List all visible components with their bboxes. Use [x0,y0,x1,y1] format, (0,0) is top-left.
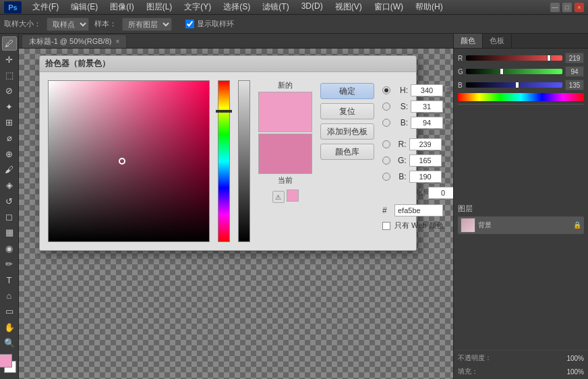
fill-value: 100% [566,368,584,376]
menu-layer[interactable]: 图层(L) [141,0,178,14]
tool-slice[interactable]: ⌀ [2,131,17,145]
menu-edit[interactable]: 编辑(E) [65,0,103,14]
tool-blur[interactable]: ◉ [2,241,17,256]
saturation-input[interactable] [411,100,443,113]
reset-button[interactable]: 复位 [320,103,374,119]
buttons-column: 确定 复位 添加到色板 颜色库 [320,80,374,242]
fg-swatch[interactable] [0,354,12,368]
tool-stamp[interactable]: ◈ [2,178,17,192]
hex-input[interactable] [394,204,443,216]
color-gradient-box[interactable] [48,80,210,242]
hue-unit: 度 [446,86,453,96]
green-label: G: [393,156,407,165]
r-channel-input[interactable] [565,53,584,63]
gamut-warning-icon[interactable]: ⚠ [272,191,285,203]
show-ring-label: 显示取样环 [197,19,234,29]
menu-text[interactable]: 文字(Y) [179,0,216,14]
canvas-tab[interactable]: 未标题-1 @ 50%(RGB/8) × [22,34,127,48]
hue-input[interactable] [411,84,443,96]
rainbow-bar[interactable] [458,93,584,101]
brightness-radio[interactable] [382,119,390,127]
menu-image[interactable]: 图像(I) [105,0,139,14]
menu-help[interactable]: 帮助(H) [410,0,448,14]
tool-patch[interactable]: ⊕ [2,147,17,161]
g-channel-input[interactable] [565,66,584,77]
saturation-label: S: [393,102,408,111]
tool-gradient[interactable]: ▦ [2,225,17,239]
hue-slider-container[interactable] [218,80,230,242]
layer-row[interactable]: 背景 🔒 [458,216,584,234]
options-bar: 取样大小： 取样点 样本： 所有图层 显示取样环 [0,15,588,34]
menu-select[interactable]: 选择(S) [218,0,256,14]
gradient-canvas[interactable] [48,80,210,242]
menu-view[interactable]: 视图(V) [330,0,368,14]
small-fg-swatch[interactable] [287,190,299,202]
g-channel-track[interactable] [466,69,562,74]
tool-crop[interactable]: ⊞ [2,115,17,129]
brightness-input[interactable] [411,117,443,129]
tool-brush[interactable]: 🖌 [2,163,17,177]
close-button[interactable]: × [575,3,584,12]
maximize-button[interactable]: □ [562,3,572,12]
tab-swatches[interactable]: 色板 [483,34,512,48]
tool-marquee[interactable]: ⬚ [2,68,17,82]
show-ring-checkbox[interactable] [185,20,194,28]
red-radio[interactable] [382,140,390,148]
hue-slider[interactable] [218,80,230,242]
b-channel-thumb [515,82,519,88]
b-channel-track[interactable] [466,82,562,88]
tool-pen[interactable]: ✏ [2,257,17,271]
saturation-row: S: % a: [382,99,453,114]
brightness-row: B: % b: [382,115,453,130]
b-channel-row: B [458,80,584,90]
tool-zoom[interactable]: 🔍 [2,336,17,350]
dialog-title-bar[interactable]: 拾色器（前景色） [40,56,416,72]
layer-thumbnail [461,218,475,233]
tool-text[interactable]: T [2,272,17,287]
sample-select[interactable]: 所有图层 [122,18,172,31]
blue-radio[interactable] [382,173,390,181]
tool-move[interactable]: ✛ [2,52,17,66]
alpha-slider-container[interactable] [238,80,250,242]
tool-history-brush[interactable]: ↺ [2,194,17,208]
minimize-button[interactable]: — [550,3,560,12]
tool-magic-wand[interactable]: ✦ [2,99,17,113]
alpha-slider[interactable] [238,80,250,242]
g-channel-row: G [458,66,584,77]
menu-file[interactable]: 文件(F) [27,0,64,14]
b-channel-input[interactable] [565,80,584,90]
tab-close-icon[interactable]: × [115,38,119,45]
preview-area: 新的 当前 ⚠ [258,80,312,242]
green-input[interactable] [409,154,442,167]
red-input[interactable] [409,138,442,150]
hue-label: H: [393,86,408,95]
web-colors-checkbox[interactable] [382,222,390,230]
g-channel-thumb [500,68,504,75]
blue-input[interactable] [409,171,442,183]
layers-title: 图层 [458,204,473,214]
hue-radio[interactable] [382,86,390,94]
menu-window[interactable]: 窗口(W) [369,0,409,14]
canvas-background[interactable]: 拾色器（前景色） [19,49,453,379]
add-to-swatches-button[interactable]: 添加到色板 [320,123,374,140]
tool-lasso[interactable]: ⊘ [2,84,17,98]
r-channel-track[interactable] [466,55,562,61]
k-row: K: % [382,185,453,200]
tab-color[interactable]: 颜色 [454,34,483,48]
preview-new-swatch [258,92,312,132]
tool-shape[interactable]: ▭ [2,304,17,318]
color-library-button[interactable]: 颜色库 [320,144,374,160]
menu-filter[interactable]: 滤镜(T) [257,0,294,14]
k-input[interactable] [428,187,453,199]
menu-3d[interactable]: 3D(D) [296,0,328,14]
tool-eraser[interactable]: ◻ [2,210,17,224]
fg-bg-area [0,354,19,376]
saturation-radio[interactable] [382,103,390,111]
green-radio[interactable] [382,156,390,165]
ok-button[interactable]: 确定 [320,83,374,99]
tool-hand[interactable]: ✋ [2,320,17,334]
tool-path[interactable]: ⌂ [2,289,17,303]
tool-eyedropper[interactable]: 🖊 [2,36,17,51]
canvas-area: 未标题-1 @ 50%(RGB/8) × 拾色器（前景色） [19,34,453,379]
sample-size-select[interactable]: 取样点 [47,18,89,31]
